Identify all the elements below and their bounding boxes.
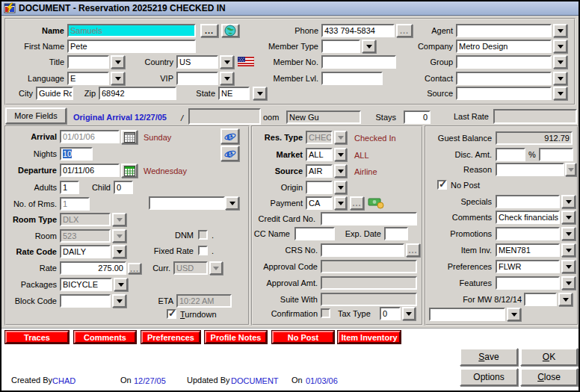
packages-field[interactable]: BICYCLE: [60, 278, 112, 291]
group-dropdown-arrow[interactable]: [553, 55, 567, 69]
options-button[interactable]: Options: [460, 368, 518, 386]
country-dropdown-arrow[interactable]: [220, 55, 234, 69]
ok-button[interactable]: OK: [520, 348, 578, 366]
arrival-calendar-button[interactable]: [121, 130, 138, 144]
unlabeled-combo-dropdown-arrow[interactable]: [225, 196, 239, 210]
contact-field[interactable]: [456, 72, 552, 85]
language-field[interactable]: E: [67, 72, 109, 85]
promotions-field[interactable]: [496, 227, 560, 240]
rate-code-field[interactable]: DAILY: [60, 245, 111, 258]
company-dropdown-arrow[interactable]: [553, 40, 567, 53]
name-lookup-button[interactable]: ...: [200, 24, 218, 37]
rate-code-dropdown-arrow[interactable]: [112, 245, 126, 258]
preferences-field[interactable]: FLWR: [496, 260, 560, 273]
language-dropdown-arrow[interactable]: [111, 72, 125, 85]
specials-field[interactable]: [496, 195, 560, 208]
cc-name-field[interactable]: [294, 227, 335, 240]
child-field[interactable]: 0: [114, 181, 133, 194]
company-field[interactable]: Metro Design: [456, 40, 552, 53]
arrival-field[interactable]: 01/01/06: [60, 130, 120, 143]
save-button[interactable]: Save: [460, 348, 518, 366]
member-type-field[interactable]: [321, 40, 360, 53]
title-dropdown-arrow[interactable]: [111, 55, 125, 69]
zip-field[interactable]: 68942: [99, 87, 176, 100]
country-field[interactable]: US: [176, 55, 218, 69]
member-type-dropdown-arrow[interactable]: [362, 40, 376, 53]
comments-button[interactable]: Comments: [74, 331, 136, 343]
first-name-field[interactable]: Pete: [67, 40, 196, 53]
room-type-field[interactable]: DLX: [60, 213, 111, 226]
origin-field[interactable]: [306, 181, 333, 194]
curr-field[interactable]: USD: [173, 261, 208, 275]
fixed-rate-checkbox[interactable]: [198, 246, 208, 255]
res-type-field[interactable]: CHEC: [306, 131, 333, 144]
cash-icon[interactable]: [368, 197, 386, 209]
tax-type-field[interactable]: 0: [380, 307, 401, 320]
payment-field[interactable]: CA: [306, 196, 333, 210]
features-field[interactable]: [496, 276, 560, 290]
city-field[interactable]: Guide Ro: [36, 87, 73, 100]
booking-source-field[interactable]: AIR: [306, 164, 333, 178]
more-fields-button[interactable]: More Fields: [5, 108, 67, 124]
extra-combo-field[interactable]: [429, 308, 505, 321]
adults-field[interactable]: 1: [60, 181, 79, 194]
turndown-checkbox[interactable]: [167, 309, 176, 319]
nights-field[interactable]: 10: [60, 147, 93, 161]
traces-button[interactable]: Traces: [5, 331, 69, 343]
comments-dropdown-arrow[interactable]: [561, 211, 576, 224]
rate-lookup-button[interactable]: ...: [128, 263, 141, 274]
unlabeled-field[interactable]: [188, 108, 261, 125]
for-mw-field[interactable]: [524, 293, 557, 306]
rate-field[interactable]: 275.00: [60, 261, 126, 275]
comments-field[interactable]: Check financials f: [496, 211, 560, 224]
crs-no-lookup-button[interactable]: ...: [406, 243, 420, 257]
agent-field[interactable]: [456, 24, 552, 37]
tax-type-dropdown-arrow[interactable]: [402, 307, 416, 320]
no-of-rms-field[interactable]: 1: [60, 197, 90, 211]
source-field[interactable]: [456, 87, 552, 100]
payment-dropdown-arrow[interactable]: [334, 196, 347, 210]
reason-field[interactable]: [496, 163, 564, 176]
phone-field[interactable]: 433 794-5834: [321, 24, 395, 37]
features-dropdown-arrow[interactable]: [561, 276, 576, 290]
credit-card-no-field[interactable]: [321, 212, 417, 225]
exp-date-field[interactable]: [384, 227, 408, 240]
dnm-checkbox[interactable]: [198, 230, 208, 240]
extra-combo-dropdown-arrow[interactable]: [507, 308, 521, 321]
item-inv-dropdown-arrow[interactable]: [561, 243, 576, 257]
preferences-button[interactable]: Preferences: [141, 331, 200, 343]
eta-field[interactable]: 10:22 AM: [176, 294, 232, 308]
promotions-dropdown-arrow[interactable]: [561, 227, 576, 240]
packages-dropdown-arrow[interactable]: [114, 278, 128, 291]
origin-dropdown-arrow[interactable]: [334, 181, 347, 194]
profile-globe-button[interactable]: [221, 24, 239, 37]
departure-calendar-button[interactable]: [121, 164, 138, 178]
vip-dropdown-arrow[interactable]: [220, 72, 234, 85]
unlabeled-combo-field[interactable]: [149, 196, 225, 210]
state-field[interactable]: NE: [218, 87, 250, 100]
payment-lookup-button[interactable]: ...: [350, 196, 364, 210]
market-dropdown-arrow[interactable]: [334, 148, 347, 161]
market-field[interactable]: ALL: [306, 148, 333, 161]
nights-browser-button[interactable]: e: [220, 146, 239, 161]
member-lvl-field[interactable]: [321, 72, 383, 85]
room-field[interactable]: 523: [60, 229, 111, 243]
departure-field[interactable]: 01/11/06: [60, 164, 120, 177]
state-dropdown-arrow[interactable]: [253, 87, 267, 100]
for-mw-dropdown-arrow[interactable]: [558, 293, 573, 306]
name-field[interactable]: Samuels: [67, 24, 196, 37]
group-field[interactable]: [456, 55, 552, 69]
block-code-field[interactable]: [60, 294, 111, 308]
no-post-button[interactable]: No Post: [272, 331, 334, 343]
preferences-dropdown-arrow[interactable]: [561, 260, 576, 273]
room-strip-field[interactable]: New Gu: [286, 111, 361, 124]
profile-notes-button[interactable]: Profile Notes: [205, 331, 267, 343]
specials-dropdown-arrow[interactable]: [561, 195, 576, 208]
arrival-browser-button[interactable]: e: [220, 128, 239, 144]
close-button[interactable]: Close: [520, 368, 578, 386]
disc-amt-field[interactable]: [496, 148, 525, 161]
item-inventory-button[interactable]: Item Inventory: [338, 331, 401, 343]
member-no-field[interactable]: [321, 55, 396, 69]
source-dropdown-arrow[interactable]: [553, 87, 567, 100]
no-post-checkbox[interactable]: [437, 180, 447, 190]
